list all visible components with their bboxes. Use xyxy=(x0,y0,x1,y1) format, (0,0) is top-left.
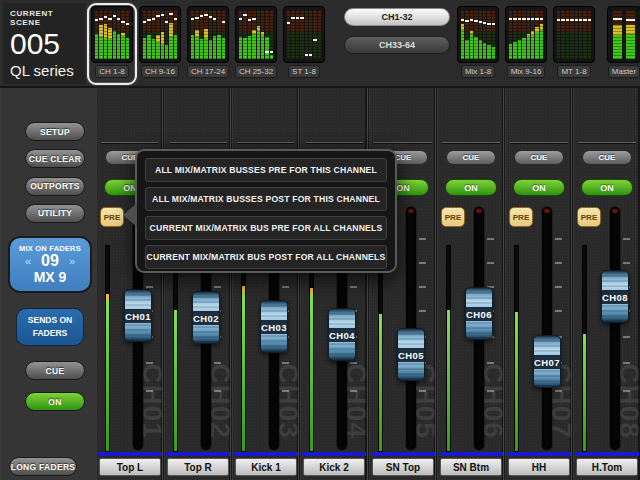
meter-peak-mark xyxy=(461,19,464,21)
meter-bank-ch-25-32[interactable]: CH 25-32 xyxy=(234,6,278,82)
channel-meter-fill xyxy=(174,310,177,451)
fader-cap[interactable]: CH04 xyxy=(328,308,356,361)
sidebar-button-utility[interactable]: UTILITY xyxy=(25,204,85,223)
sidebar-cue-button[interactable]: CUE xyxy=(25,361,85,380)
meter-bar xyxy=(492,10,495,59)
fader-cap[interactable]: CH06 xyxy=(465,287,493,340)
mix-prev-icon[interactable]: « xyxy=(25,256,31,267)
channel-name-plate[interactable]: HH xyxy=(508,458,570,476)
channel-pre-badge[interactable]: PRE xyxy=(509,207,533,227)
meter-bank-ch-17-24[interactable]: CH 17-24 xyxy=(186,6,230,82)
meter-bar xyxy=(239,10,242,59)
mix-on-faders-panel[interactable]: MIX ON FADERS « 09 » MX 9 xyxy=(8,236,92,293)
meter-bar xyxy=(165,10,168,59)
meter-bar-fill xyxy=(527,36,530,59)
meter-peak-mark xyxy=(270,51,273,53)
sidebar-on-button[interactable]: ON xyxy=(25,392,85,411)
meter-bank-mix-9-16[interactable]: Mix 9-16 xyxy=(504,6,548,82)
sends-on-faders-button[interactable]: SENDS ON FADERS xyxy=(16,308,84,346)
fader-cap-label: CH02 xyxy=(193,311,219,325)
fader-tick-mark xyxy=(623,262,630,264)
meter-bar xyxy=(479,10,482,59)
meter-peak-mark xyxy=(108,18,111,20)
channel-on-button[interactable]: ON xyxy=(513,179,565,196)
current-scene-panel[interactable]: CURRENT SCENE 005 QL series xyxy=(3,3,86,84)
meter-bank-master[interactable]: Master xyxy=(602,6,640,82)
channel-name-plate[interactable]: Kick 2 xyxy=(303,458,365,476)
meter-bar xyxy=(300,10,303,59)
meter-peak-mark xyxy=(479,21,482,23)
channel-cue-button[interactable]: CUE xyxy=(514,150,564,165)
meter-bar-fill xyxy=(535,32,538,59)
meter-peak-mark xyxy=(156,15,159,17)
mix-next-icon[interactable]: » xyxy=(69,256,75,267)
channel-on-button[interactable]: ON xyxy=(581,179,633,196)
popup-item-2[interactable]: ALL MIX/MATRIX BUSSES POST FOR THIS CHAN… xyxy=(145,187,387,211)
meter-bar-yellow xyxy=(121,33,124,36)
meter-bar-fill xyxy=(165,45,168,59)
meter-peak-mark xyxy=(213,18,216,20)
channel-pre-badge[interactable]: PRE xyxy=(441,207,465,227)
meter-bar-yellow xyxy=(540,24,543,30)
meter-bar-fill xyxy=(540,30,543,59)
fader-cap[interactable]: CH03 xyxy=(260,300,288,353)
meter-bar xyxy=(465,10,468,59)
popup-item-1[interactable]: ALL MIX/MATRIX BUSSES PRE FOR THIS CHANN… xyxy=(145,158,387,182)
channel-pre-badge[interactable]: PRE xyxy=(100,207,124,227)
meter-bar-fill xyxy=(461,30,464,59)
strip-divider xyxy=(305,142,363,143)
meter-bank-st-1-8[interactable]: ST 1-8 xyxy=(282,6,326,82)
fader-cap-label: CH05 xyxy=(398,348,424,362)
layer-button-ch1-32[interactable]: CH1-32 xyxy=(344,8,450,26)
channel-cue-button[interactable]: CUE xyxy=(582,150,632,165)
popup-item-3[interactable]: CURRENT MIX/MATRIX BUS PRE FOR ALL CHANN… xyxy=(145,216,387,240)
popup-item-4[interactable]: CURRENT MIX/MATRIX BUS POST FOR ALL CHAN… xyxy=(145,245,387,269)
fader-tick-mark xyxy=(282,286,289,288)
meter-bar xyxy=(121,10,124,59)
meter-bar xyxy=(104,10,107,59)
channel-name-plate[interactable]: SN Top xyxy=(372,458,434,476)
channel-name-plate[interactable]: Top R xyxy=(167,458,229,476)
channel-on-button[interactable]: ON xyxy=(445,179,497,196)
long-faders-button[interactable]: LONG FADERS xyxy=(9,457,77,476)
strip-bottom-bar xyxy=(439,452,503,456)
channel-level-meter xyxy=(309,245,314,452)
channel-pre-badge[interactable]: PRE xyxy=(577,207,601,227)
meter-peak-mark xyxy=(535,18,538,20)
meter-peak-mark xyxy=(296,17,299,19)
meter-bank-mix-1-8[interactable]: Mix 1-8 xyxy=(456,6,500,82)
fader-cap[interactable]: CH08 xyxy=(601,270,629,323)
fader-cap[interactable]: CH02 xyxy=(192,291,220,344)
meter-peak-mark xyxy=(566,19,569,21)
meter-bar xyxy=(583,10,586,59)
meter-bar xyxy=(561,10,564,59)
channel-name-plate[interactable]: SN Btm xyxy=(440,458,502,476)
sidebar-button-cue-clear[interactable]: CUE CLEAR xyxy=(25,149,85,168)
channel-name-plate[interactable]: Kick 1 xyxy=(235,458,297,476)
meter-bar xyxy=(195,10,198,59)
channel-name-plate[interactable]: Top L xyxy=(99,458,161,476)
fader-cap[interactable]: CH05 xyxy=(397,328,425,381)
fader-tick-mark xyxy=(555,286,562,288)
meter-bar-yellow xyxy=(104,24,107,39)
meter-bar-fill xyxy=(200,39,203,59)
meter-bank-mt-1-8[interactable]: MT 1-8 xyxy=(552,6,596,82)
fader-cap[interactable]: CH01 xyxy=(124,289,152,342)
sidebar-button-setup[interactable]: SETUP xyxy=(25,122,85,141)
meter-bank-ch-9-16[interactable]: CH 9-16 xyxy=(138,6,182,82)
current-scene-label: CURRENT SCENE xyxy=(10,9,79,27)
channel-meter-yellow xyxy=(106,294,109,301)
channel-cue-button[interactable]: CUE xyxy=(446,150,496,165)
sidebar-button-outports[interactable]: OUTPORTS xyxy=(25,177,85,196)
meter-bar xyxy=(191,10,194,59)
channel-ghost-label: CH08 xyxy=(616,346,640,456)
meter-bar-fill xyxy=(613,35,622,59)
meter-bar xyxy=(318,10,321,59)
fader-cap-label: CH08 xyxy=(602,290,628,304)
meter-peak-mark xyxy=(465,20,468,22)
layer-button-ch33-64[interactable]: CH33-64 xyxy=(344,36,450,54)
meter-peak-mark xyxy=(165,21,168,23)
meter-bank-ch-1-8[interactable]: CH 1-8 xyxy=(90,6,134,82)
fader-cap[interactable]: CH07 xyxy=(533,335,561,388)
channel-name-plate[interactable]: H.Tom xyxy=(576,458,638,476)
